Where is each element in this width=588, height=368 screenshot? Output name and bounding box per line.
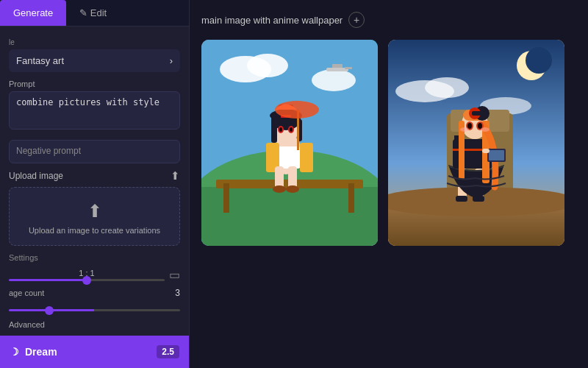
count-value: 3	[175, 288, 180, 298]
main-header: main image with anime wallpaper +	[201, 12, 576, 28]
svg-rect-27	[288, 166, 297, 188]
prompt-label: Prompt	[9, 79, 180, 88]
svg-rect-8	[348, 183, 354, 213]
chevron-icon: ›	[170, 55, 173, 66]
count-slider[interactable]	[9, 309, 180, 311]
ratio-slider[interactable]	[9, 279, 165, 281]
main-area: main image with anime wallpaper +	[190, 0, 588, 368]
upload-label: Upload image	[9, 171, 63, 181]
upload-section: Upload image ⬆ ⬆ Upload an image to crea…	[9, 169, 180, 246]
images-grid	[201, 40, 576, 246]
svg-point-61	[481, 127, 490, 132]
style-section-label: le	[9, 38, 180, 46]
svg-point-60	[460, 127, 469, 132]
ratio-slider-wrap: 1 : 1	[9, 269, 165, 281]
upload-icon[interactable]: ⬆	[171, 169, 180, 183]
svg-point-3	[312, 69, 356, 91]
svg-point-2	[247, 54, 288, 77]
style-value: Fantasy art	[16, 55, 64, 66]
upload-dropzone[interactable]: ⬆ Upload an image to create variations	[9, 187, 180, 246]
dream-badge: 2.5	[157, 345, 179, 358]
svg-point-59	[478, 123, 482, 129]
sidebar: Generate ✎ Edit le Fantasy art › Prompt …	[0, 0, 190, 368]
style-selector[interactable]: Fantasy art ›	[9, 49, 180, 72]
svg-rect-12	[300, 143, 313, 172]
svg-rect-65	[456, 196, 467, 202]
svg-rect-64	[482, 149, 490, 153]
settings-section: Settings 1 : 1 ▭ age count 3 Advanced	[9, 253, 180, 329]
svg-point-23	[290, 127, 293, 132]
advanced-label: Advanced	[9, 320, 45, 329]
settings-label: Settings	[9, 253, 180, 262]
svg-rect-66	[473, 196, 484, 202]
prompt-input[interactable]: combine pictures with style	[9, 91, 180, 130]
ratio-row: 1 : 1 ▭	[9, 268, 180, 282]
svg-rect-7	[223, 183, 229, 213]
upload-header: Upload image ⬆	[9, 169, 180, 183]
tab-edit[interactable]: ✎ Edit	[66, 0, 120, 26]
portrait-icon: ▭	[169, 268, 180, 282]
svg-point-28	[273, 185, 286, 193]
svg-point-35	[526, 47, 552, 74]
moon-icon: ☽	[10, 346, 19, 358]
count-label: age count	[9, 289, 44, 297]
add-image-button[interactable]: +	[348, 12, 365, 28]
advanced-toggle[interactable]: Advanced	[9, 320, 180, 329]
count-row: age count 3	[9, 288, 180, 298]
tab-bar: Generate ✎ Edit	[0, 0, 189, 26]
svg-rect-32	[345, 67, 352, 69]
sidebar-content: le Fantasy art › Prompt combine pictures…	[0, 26, 189, 368]
svg-rect-63	[489, 150, 504, 160]
negative-prompt-input[interactable]: Negative prompt	[9, 140, 180, 163]
svg-rect-26	[275, 166, 284, 188]
svg-rect-31	[332, 64, 343, 68]
anime-image-1[interactable]	[201, 40, 378, 246]
dream-btn-left: ☽ Dream	[10, 346, 57, 358]
svg-point-37	[425, 77, 469, 98]
upload-arrow-icon: ⬆	[87, 201, 102, 222]
count-slider-wrap	[9, 301, 180, 314]
main-title: main image with anime wallpaper	[201, 15, 343, 26]
svg-point-22	[279, 127, 282, 132]
dream-button[interactable]: ☽ Dream 2.5	[0, 336, 189, 368]
tab-generate[interactable]: Generate	[0, 0, 66, 26]
upload-text: Upload an image to create variations	[29, 226, 160, 235]
svg-point-29	[286, 185, 299, 193]
svg-point-58	[467, 123, 472, 129]
svg-rect-15	[271, 117, 277, 143]
anime-image-2[interactable]	[388, 40, 564, 246]
svg-rect-55	[472, 111, 485, 116]
dream-label: Dream	[25, 346, 57, 358]
